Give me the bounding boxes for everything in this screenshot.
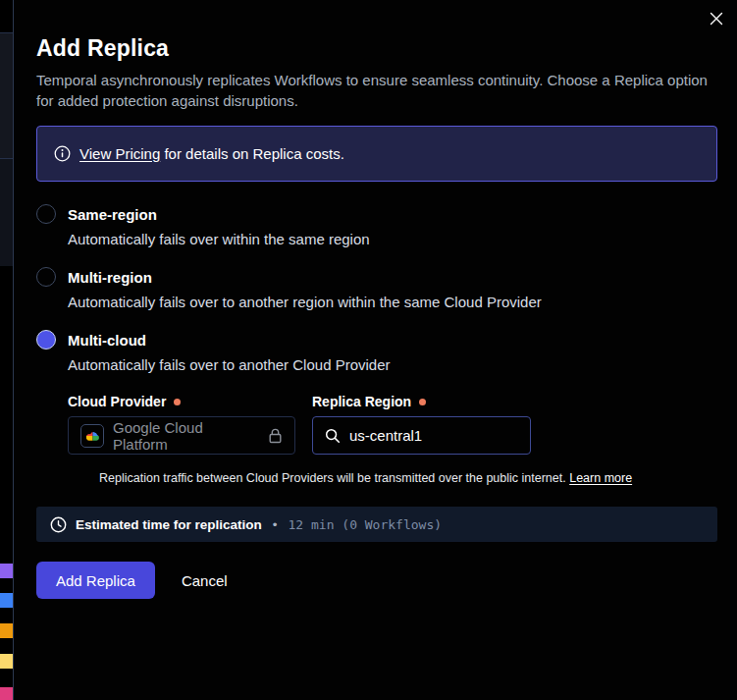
radio-same-region[interactable]: Same-region	[36, 204, 717, 224]
search-icon	[325, 428, 341, 444]
public-internet-note: Replication traffic between Cloud Provid…	[99, 471, 717, 485]
estimate-value: 12 min (0 Workflows)	[289, 517, 443, 532]
view-pricing-link[interactable]: View Pricing	[79, 145, 160, 162]
cloud-provider-label: Cloud Provider	[68, 394, 312, 409]
modal-actions: Add Replica Cancel	[36, 562, 717, 599]
option-label: Multi-region	[68, 269, 152, 286]
backdrop-panel	[0, 158, 13, 266]
lock-icon	[268, 428, 283, 444]
cloud-provider-value: Google Cloud Platform	[113, 419, 259, 453]
option-label: Same-region	[68, 206, 157, 223]
cloud-provider-field: Google Cloud Platform	[68, 416, 295, 455]
option-label: Multi-cloud	[68, 332, 146, 349]
add-replica-modal: Add Replica Temporal asynchronously repl…	[13, 0, 737, 700]
radio-multi-region[interactable]: Multi-region	[36, 267, 717, 287]
backdrop-panel	[0, 32, 13, 158]
page-title: Add Replica	[36, 35, 717, 62]
radio-circle-icon[interactable]	[36, 204, 56, 224]
estimate-label: Estimated time for replication	[76, 517, 262, 532]
clock-icon	[50, 516, 67, 533]
estimated-time-banner: Estimated time for replication • 12 min …	[36, 507, 717, 542]
option-same-region: Same-region Automatically fails over wit…	[36, 204, 717, 247]
backdrop-color-stripe	[0, 593, 13, 608]
replica-region-value: us-central1	[349, 427, 422, 444]
info-icon	[54, 145, 71, 162]
backdrop-page-strip	[0, 0, 13, 700]
multi-cloud-form: Cloud Provider Replica Region	[68, 394, 717, 485]
cancel-button[interactable]: Cancel	[182, 572, 228, 589]
close-icon[interactable]	[707, 9, 726, 28]
radio-circle-icon[interactable]	[36, 267, 56, 287]
radio-circle-icon[interactable]	[36, 330, 56, 350]
replica-region-field[interactable]: us-central1	[312, 416, 531, 455]
add-replica-button[interactable]: Add Replica	[36, 562, 155, 599]
backdrop-color-stripe	[0, 623, 13, 638]
backdrop-color-stripe	[0, 654, 13, 669]
radio-multi-cloud[interactable]: Multi-cloud	[36, 330, 717, 350]
estimate-separator: •	[273, 517, 278, 532]
backdrop-color-stripe	[0, 687, 13, 700]
backdrop-color-stripe	[0, 564, 13, 578]
google-cloud-icon	[80, 424, 104, 448]
option-multi-region: Multi-region Automatically fails over to…	[36, 267, 717, 310]
required-dot-icon	[174, 399, 181, 405]
required-dot-icon	[419, 399, 426, 405]
pricing-banner-text: View Pricing for details on Replica cost…	[79, 145, 344, 162]
pricing-info-banner: View Pricing for details on Replica cost…	[36, 126, 717, 182]
option-description: Automatically fails over within the same…	[68, 231, 717, 247]
modal-description: Temporal asynchronously replicates Workf…	[36, 70, 717, 111]
replica-region-label: Replica Region	[312, 394, 426, 409]
option-description: Automatically fails over to another regi…	[68, 294, 717, 310]
replica-option-group: Same-region Automatically fails over wit…	[36, 204, 717, 485]
option-multi-cloud: Multi-cloud Automatically fails over to …	[36, 330, 717, 485]
option-description: Automatically fails over to another Clou…	[68, 356, 717, 373]
learn-more-link[interactable]: Learn more	[569, 471, 632, 485]
